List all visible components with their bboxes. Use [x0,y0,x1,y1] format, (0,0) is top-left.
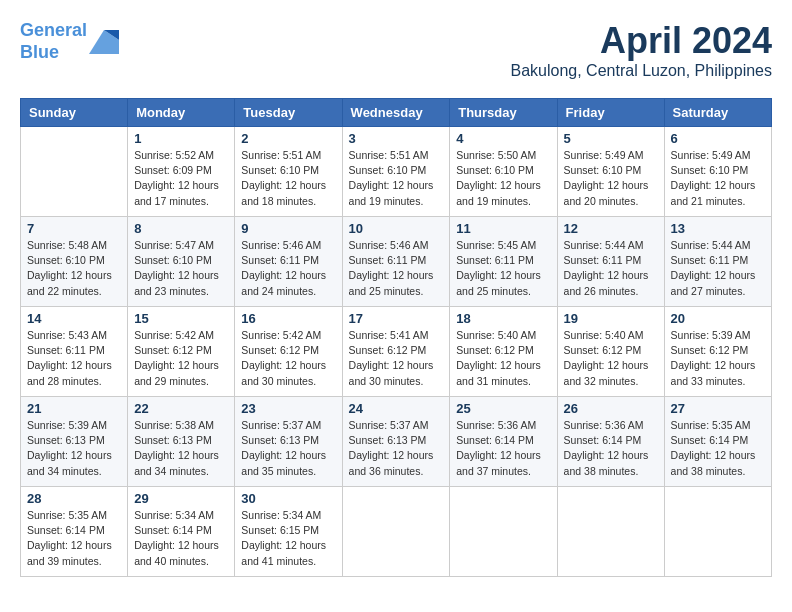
location-title: Bakulong, Central Luzon, Philippines [511,62,773,80]
day-info: Sunrise: 5:41 AM Sunset: 6:12 PM Dayligh… [349,328,444,389]
calendar-cell: 27Sunrise: 5:35 AM Sunset: 6:14 PM Dayli… [664,397,771,487]
day-number: 7 [27,221,121,236]
calendar-cell [664,487,771,577]
day-info: Sunrise: 5:51 AM Sunset: 6:10 PM Dayligh… [241,148,335,209]
calendar-cell: 28Sunrise: 5:35 AM Sunset: 6:14 PM Dayli… [21,487,128,577]
calendar-week-row: 14Sunrise: 5:43 AM Sunset: 6:11 PM Dayli… [21,307,772,397]
calendar-cell: 1Sunrise: 5:52 AM Sunset: 6:09 PM Daylig… [128,127,235,217]
logo-text: General Blue [20,20,87,63]
calendar-cell: 4Sunrise: 5:50 AM Sunset: 6:10 PM Daylig… [450,127,557,217]
day-number: 23 [241,401,335,416]
calendar-cell: 2Sunrise: 5:51 AM Sunset: 6:10 PM Daylig… [235,127,342,217]
day-info: Sunrise: 5:43 AM Sunset: 6:11 PM Dayligh… [27,328,121,389]
calendar-week-row: 28Sunrise: 5:35 AM Sunset: 6:14 PM Dayli… [21,487,772,577]
calendar-day-header: Tuesday [235,99,342,127]
calendar-day-header: Friday [557,99,664,127]
day-info: Sunrise: 5:46 AM Sunset: 6:11 PM Dayligh… [349,238,444,299]
logo-icon [89,30,119,54]
calendar-cell: 25Sunrise: 5:36 AM Sunset: 6:14 PM Dayli… [450,397,557,487]
calendar-cell: 23Sunrise: 5:37 AM Sunset: 6:13 PM Dayli… [235,397,342,487]
day-info: Sunrise: 5:40 AM Sunset: 6:12 PM Dayligh… [456,328,550,389]
calendar-cell: 3Sunrise: 5:51 AM Sunset: 6:10 PM Daylig… [342,127,450,217]
calendar-cell: 21Sunrise: 5:39 AM Sunset: 6:13 PM Dayli… [21,397,128,487]
calendar-cell: 26Sunrise: 5:36 AM Sunset: 6:14 PM Dayli… [557,397,664,487]
day-number: 26 [564,401,658,416]
calendar-cell: 11Sunrise: 5:45 AM Sunset: 6:11 PM Dayli… [450,217,557,307]
calendar-cell: 12Sunrise: 5:44 AM Sunset: 6:11 PM Dayli… [557,217,664,307]
calendar-cell: 17Sunrise: 5:41 AM Sunset: 6:12 PM Dayli… [342,307,450,397]
day-number: 28 [27,491,121,506]
day-number: 4 [456,131,550,146]
calendar-week-row: 7Sunrise: 5:48 AM Sunset: 6:10 PM Daylig… [21,217,772,307]
day-info: Sunrise: 5:45 AM Sunset: 6:11 PM Dayligh… [456,238,550,299]
calendar-cell: 16Sunrise: 5:42 AM Sunset: 6:12 PM Dayli… [235,307,342,397]
calendar-week-row: 21Sunrise: 5:39 AM Sunset: 6:13 PM Dayli… [21,397,772,487]
calendar-day-header: Thursday [450,99,557,127]
day-info: Sunrise: 5:52 AM Sunset: 6:09 PM Dayligh… [134,148,228,209]
day-info: Sunrise: 5:50 AM Sunset: 6:10 PM Dayligh… [456,148,550,209]
day-number: 1 [134,131,228,146]
day-number: 12 [564,221,658,236]
day-info: Sunrise: 5:42 AM Sunset: 6:12 PM Dayligh… [241,328,335,389]
day-number: 21 [27,401,121,416]
calendar-cell: 13Sunrise: 5:44 AM Sunset: 6:11 PM Dayli… [664,217,771,307]
day-number: 20 [671,311,765,326]
day-number: 27 [671,401,765,416]
day-number: 11 [456,221,550,236]
day-number: 8 [134,221,228,236]
calendar-week-row: 1Sunrise: 5:52 AM Sunset: 6:09 PM Daylig… [21,127,772,217]
calendar-cell [342,487,450,577]
day-info: Sunrise: 5:34 AM Sunset: 6:14 PM Dayligh… [134,508,228,569]
day-info: Sunrise: 5:35 AM Sunset: 6:14 PM Dayligh… [671,418,765,479]
day-number: 15 [134,311,228,326]
day-number: 24 [349,401,444,416]
day-info: Sunrise: 5:44 AM Sunset: 6:11 PM Dayligh… [564,238,658,299]
title-section: April 2024 Bakulong, Central Luzon, Phil… [511,20,773,80]
day-info: Sunrise: 5:36 AM Sunset: 6:14 PM Dayligh… [456,418,550,479]
calendar-cell [450,487,557,577]
day-info: Sunrise: 5:42 AM Sunset: 6:12 PM Dayligh… [134,328,228,389]
calendar-cell: 6Sunrise: 5:49 AM Sunset: 6:10 PM Daylig… [664,127,771,217]
calendar-cell [557,487,664,577]
calendar-cell: 22Sunrise: 5:38 AM Sunset: 6:13 PM Dayli… [128,397,235,487]
day-number: 22 [134,401,228,416]
day-number: 19 [564,311,658,326]
calendar-cell: 7Sunrise: 5:48 AM Sunset: 6:10 PM Daylig… [21,217,128,307]
calendar-day-header: Wednesday [342,99,450,127]
day-number: 2 [241,131,335,146]
day-info: Sunrise: 5:48 AM Sunset: 6:10 PM Dayligh… [27,238,121,299]
calendar-day-header: Saturday [664,99,771,127]
calendar-cell: 15Sunrise: 5:42 AM Sunset: 6:12 PM Dayli… [128,307,235,397]
day-number: 10 [349,221,444,236]
day-info: Sunrise: 5:34 AM Sunset: 6:15 PM Dayligh… [241,508,335,569]
day-number: 25 [456,401,550,416]
day-info: Sunrise: 5:44 AM Sunset: 6:11 PM Dayligh… [671,238,765,299]
day-number: 29 [134,491,228,506]
month-title: April 2024 [511,20,773,62]
day-info: Sunrise: 5:49 AM Sunset: 6:10 PM Dayligh… [564,148,658,209]
calendar-cell: 18Sunrise: 5:40 AM Sunset: 6:12 PM Dayli… [450,307,557,397]
day-number: 14 [27,311,121,326]
calendar-cell: 20Sunrise: 5:39 AM Sunset: 6:12 PM Dayli… [664,307,771,397]
day-number: 5 [564,131,658,146]
day-info: Sunrise: 5:51 AM Sunset: 6:10 PM Dayligh… [349,148,444,209]
calendar-cell [21,127,128,217]
calendar-cell: 19Sunrise: 5:40 AM Sunset: 6:12 PM Dayli… [557,307,664,397]
day-info: Sunrise: 5:40 AM Sunset: 6:12 PM Dayligh… [564,328,658,389]
calendar-cell: 30Sunrise: 5:34 AM Sunset: 6:15 PM Dayli… [235,487,342,577]
day-number: 13 [671,221,765,236]
calendar-cell: 8Sunrise: 5:47 AM Sunset: 6:10 PM Daylig… [128,217,235,307]
calendar-cell: 24Sunrise: 5:37 AM Sunset: 6:13 PM Dayli… [342,397,450,487]
day-info: Sunrise: 5:39 AM Sunset: 6:13 PM Dayligh… [27,418,121,479]
day-number: 30 [241,491,335,506]
day-info: Sunrise: 5:39 AM Sunset: 6:12 PM Dayligh… [671,328,765,389]
day-info: Sunrise: 5:37 AM Sunset: 6:13 PM Dayligh… [241,418,335,479]
calendar-header-row: SundayMondayTuesdayWednesdayThursdayFrid… [21,99,772,127]
day-number: 3 [349,131,444,146]
day-info: Sunrise: 5:36 AM Sunset: 6:14 PM Dayligh… [564,418,658,479]
day-info: Sunrise: 5:46 AM Sunset: 6:11 PM Dayligh… [241,238,335,299]
calendar-cell: 29Sunrise: 5:34 AM Sunset: 6:14 PM Dayli… [128,487,235,577]
calendar-day-header: Sunday [21,99,128,127]
calendar-cell: 10Sunrise: 5:46 AM Sunset: 6:11 PM Dayli… [342,217,450,307]
day-info: Sunrise: 5:38 AM Sunset: 6:13 PM Dayligh… [134,418,228,479]
